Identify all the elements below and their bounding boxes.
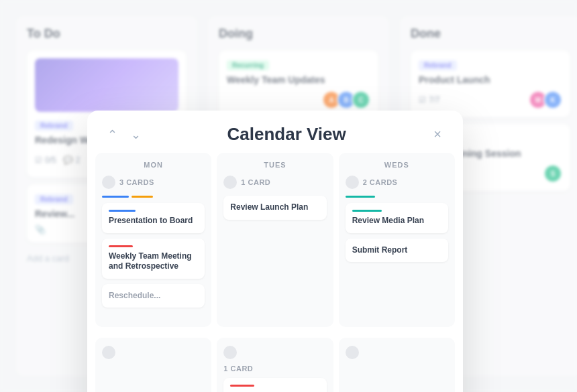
count-label-tues-bottom: 1 CARD bbox=[223, 365, 326, 373]
cal-col-bottom-tues: 1 CARD New Hire Onboarding bbox=[217, 338, 333, 392]
cal-header-mon: MON bbox=[102, 161, 205, 169]
cal-title-review-launch: Review Launch Plan bbox=[230, 202, 319, 213]
cal-card-submit-report[interactable]: Submit Report bbox=[346, 239, 448, 263]
cards-count-mon: 3 CARDS bbox=[102, 176, 205, 189]
nav-down-button[interactable]: ⌄ bbox=[127, 125, 145, 145]
modal-title: Calendar View bbox=[227, 124, 346, 145]
cal-card-presentation[interactable]: Presentation to Board bbox=[102, 203, 205, 233]
count-dot-tues bbox=[223, 176, 237, 189]
count-dot-weds bbox=[346, 176, 359, 189]
nav-up-button[interactable]: ⌃ bbox=[103, 125, 121, 145]
cal-card-reschedule[interactable]: Reschedule... bbox=[102, 284, 205, 308]
cal-card-review-launch[interactable]: Review Launch Plan bbox=[223, 196, 326, 220]
bar-red bbox=[109, 245, 133, 247]
cal-header-tues: TUES bbox=[223, 161, 326, 169]
cal-title-submit-report: Submit Report bbox=[352, 245, 441, 256]
count-label-tues: 1 CARD bbox=[241, 178, 270, 186]
count-label-weds: 2 CARDS bbox=[363, 178, 398, 186]
cal-title-review-media: Review Media Plan bbox=[352, 216, 441, 226]
cal-card-review-media[interactable]: Review Media Plan bbox=[346, 203, 448, 233]
cards-count-tues: 1 CARD bbox=[223, 176, 326, 189]
calendar-modal: ⌃ ⌄ Calendar View × MON 3 CARDS bbox=[87, 111, 463, 392]
cal-card-onboarding[interactable]: New Hire Onboarding bbox=[223, 378, 326, 392]
empty-dot-weds bbox=[346, 346, 359, 359]
bar-blue-mon bbox=[102, 196, 129, 198]
cal-col-bottom-mon bbox=[95, 338, 211, 392]
bar-yellow-mon bbox=[132, 196, 153, 198]
cal-title-weekly: Weekly Team Meeting and Retrospective bbox=[109, 251, 198, 272]
bar-teal bbox=[352, 210, 382, 212]
cal-header-weds: WEDS bbox=[346, 161, 448, 169]
modal-calendar-top: MON 3 CARDS Presentation to Board Weekly… bbox=[87, 153, 463, 338]
modal-header: ⌃ ⌄ Calendar View × bbox=[87, 111, 463, 153]
cal-col-bottom-weds bbox=[339, 338, 455, 392]
cards-count-weds: 2 CARDS bbox=[346, 176, 448, 189]
cal-card-weekly-meeting[interactable]: Weekly Team Meeting and Retrospective bbox=[102, 239, 205, 279]
modal-calendar-bottom: 1 CARD New Hire Onboarding bbox=[87, 338, 463, 392]
count-label-mon: 3 CARDS bbox=[119, 178, 154, 186]
modal-nav: ⌃ ⌄ bbox=[103, 125, 145, 145]
cal-column-weds: WEDS 2 CARDS Review Media Plan Submit Re… bbox=[339, 153, 455, 327]
bar-red-bottom bbox=[230, 385, 254, 387]
close-button[interactable]: × bbox=[428, 124, 447, 145]
weds-bars bbox=[346, 196, 448, 198]
bar-teal-weds bbox=[346, 196, 375, 198]
count-dot-mon bbox=[102, 176, 115, 189]
mon-bars bbox=[102, 196, 205, 198]
empty-dot-tues bbox=[223, 346, 237, 359]
cal-title-reschedule: Reschedule... bbox=[109, 291, 198, 302]
empty-dot-mon bbox=[102, 346, 115, 359]
modal-overlay: ⌃ ⌄ Calendar View × MON 3 CARDS bbox=[0, 0, 577, 392]
cal-column-mon: MON 3 CARDS Presentation to Board Weekly… bbox=[95, 153, 211, 327]
bar-blue bbox=[109, 210, 136, 212]
cal-title-presentation: Presentation to Board bbox=[109, 216, 198, 226]
cal-column-tues: TUES 1 CARD Review Launch Plan bbox=[217, 153, 333, 327]
